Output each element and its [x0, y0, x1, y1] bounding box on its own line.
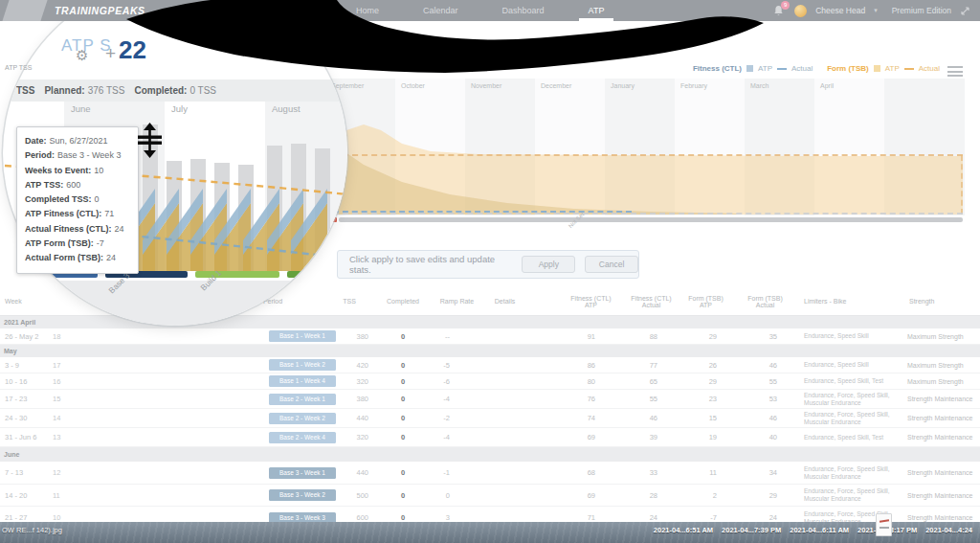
desktop-file-label[interactable]: 2021-04...7:39 PM — [722, 526, 781, 534]
desktop-file-label[interactable]: 2021-04...6:11 AM — [790, 526, 849, 534]
user-name[interactable]: Cheese Head — [815, 6, 865, 15]
cell-tss[interactable]: 380 — [330, 328, 368, 344]
form-actual-swatch[interactable] — [904, 68, 914, 70]
atp-chart[interactable]: SeptemberOctoberNovemberDecemberJanuaryF… — [325, 79, 965, 222]
file-thumbnail[interactable] — [876, 513, 892, 536]
logo-stripe — [2, 0, 47, 21]
cell-tss[interactable]: 500 — [330, 485, 368, 506]
cell-lim: Endurance, Speed Skill — [804, 357, 902, 373]
table-row[interactable]: 24 - 30144400-274461546Endurance, Force,… — [0, 409, 980, 428]
month-label: December — [541, 82, 571, 89]
cancel-button[interactable]: Cancel — [585, 256, 638, 273]
navbar-right: 9 Cheese Head ▾ Premium Edition — [772, 0, 970, 21]
column-header[interactable]: Limiters - Bike — [804, 287, 900, 315]
cell-str: Strength Maintenance — [907, 485, 976, 506]
cell-fact: 39 — [617, 428, 657, 446]
notification-badge: 9 — [781, 1, 790, 10]
nav-tab-calendar[interactable]: Calendar — [413, 0, 468, 21]
column-header[interactable]: TSS — [330, 287, 368, 315]
trainingpeaks-logo[interactable]: TRAININGPEAKS — [55, 5, 145, 16]
nav-tab-atp[interactable]: ATP — [579, 0, 614, 21]
table-row[interactable]: 31 - Jun 6133200-469391940Endurance, Spe… — [0, 428, 980, 447]
column-header[interactable]: Fitness (CTL)ATP — [565, 287, 617, 315]
period-band-not-set[interactable] — [339, 217, 963, 222]
desktop-file-label[interactable]: 2021-04...4:24 — [925, 526, 972, 534]
period-badge[interactable]: Base 2 - Week 4 — [269, 432, 336, 443]
cell-lim: Endurance, Force, Speed Skill, Muscular … — [804, 409, 902, 427]
cell-num: 15 — [53, 390, 81, 408]
table-row[interactable]: 14 - 2011500006928229Endurance, Force, S… — [0, 485, 980, 507]
fitness-atp-swatch[interactable] — [746, 65, 753, 72]
column-header[interactable]: Strength — [909, 287, 976, 315]
cell-ramp: -2 — [412, 409, 450, 427]
column-header[interactable]: Details — [483, 287, 526, 315]
nav-tab-dashboard[interactable]: Dashboard — [493, 0, 554, 21]
cell-tss[interactable]: 440 — [330, 409, 368, 427]
tooltip-row: Weeks to Event:10 — [25, 164, 130, 178]
column-header[interactable]: Ramp Rate — [435, 287, 479, 315]
cell-tss[interactable]: 320 — [330, 373, 368, 389]
nav-tab-home[interactable]: Home — [346, 0, 389, 21]
add-plan-button[interactable]: + — [105, 43, 116, 64]
fitness-actual-line — [333, 211, 632, 213]
cell-tss[interactable]: 420 — [330, 357, 368, 373]
period-badge[interactable]: Base 2 - Week 2 — [269, 413, 336, 424]
cell-tss[interactable]: 380 — [330, 390, 368, 408]
table-row[interactable]: 7 - 13124400-168331134Endurance, Force, … — [0, 462, 980, 485]
apply-message: Click apply to save edits and update sta… — [349, 254, 512, 275]
group-label: 2021 April — [4, 316, 35, 328]
period-badge[interactable]: Base 3 - Week 1 — [269, 467, 336, 479]
column-header[interactable]: Form (TSB)ATP — [679, 287, 732, 315]
avatar[interactable] — [794, 5, 807, 17]
period-badge[interactable]: Base 1 - Week 2 — [269, 359, 336, 371]
cell-num: 12 — [53, 462, 81, 484]
table-row[interactable]: 17 - 23153800-476552353Endurance, Force,… — [0, 390, 980, 409]
cell-foatp: 26 — [677, 357, 717, 373]
column-header[interactable]: Form (TSB)Actual — [739, 287, 791, 315]
form-area-bottom-edge — [333, 213, 963, 215]
legend-form-actual[interactable]: Actual — [919, 64, 940, 73]
column-header[interactable]: Completed — [383, 287, 423, 315]
tab-atp-tss[interactable]: ATP TSS — [5, 64, 32, 71]
expand-icon[interactable] — [960, 6, 970, 16]
desktop-file-label[interactable]: 2021-04...6:51 AM — [654, 526, 713, 534]
cell-foatp: 23 — [677, 390, 717, 408]
gear-icon[interactable]: ⚙ — [76, 47, 88, 64]
form-atp-swatch[interactable] — [874, 65, 880, 72]
chevron-down-icon[interactable]: ▾ — [874, 7, 878, 14]
cell-lim: Endurance, Force, Speed Skill, Muscular … — [804, 462, 902, 484]
period-badge[interactable]: Base 1 - Week 4 — [269, 375, 336, 387]
cell-num: 17 — [53, 357, 81, 373]
table-row[interactable]: 10 - 16163200-680652955Endurance, Speed … — [0, 373, 980, 390]
group-label: June — [4, 447, 19, 462]
table-row[interactable]: 3 - 9174200-586772646Endurance, Speed Sk… — [0, 357, 980, 373]
cell-tss[interactable]: 440 — [330, 462, 368, 484]
apply-button[interactable]: Apply — [522, 256, 575, 273]
app-window: SeptemberOctoberNovemberDecemberJanuaryF… — [0, 0, 980, 543]
table-row[interactable]: 26 - May 2183800--91882935Endurance, Spe… — [0, 328, 980, 345]
period-badge[interactable]: Base 1 - Week 1 — [269, 330, 336, 342]
premium-edition-label[interactable]: Premium Edition — [892, 6, 951, 15]
lens-period-band[interactable] — [287, 271, 331, 278]
fitness-actual-swatch[interactable] — [777, 68, 787, 70]
column-header[interactable]: Week — [5, 287, 62, 315]
period-badge[interactable]: Base 3 - Week 2 — [269, 489, 336, 501]
chart-menu-icon[interactable] — [947, 66, 963, 79]
cell-tss[interactable]: 320 — [330, 428, 368, 446]
tooltip-row: ATP Form (TSB):-7 — [25, 237, 130, 251]
period-badge[interactable]: Base 2 - Week 1 — [269, 394, 336, 405]
cell-fact: 65 — [617, 373, 657, 389]
notifications[interactable]: 9 — [772, 4, 786, 17]
legend-form-atp[interactable]: ATP — [885, 64, 900, 73]
cell-ramp: 0 — [412, 485, 450, 506]
page-title-magnified-year: 22 — [119, 35, 146, 65]
legend-fitness-atp[interactable]: ATP — [758, 64, 772, 73]
cell-ramp: -1 — [412, 462, 450, 484]
legend-fitness-actual[interactable]: Actual — [791, 64, 813, 73]
group-label: May — [4, 345, 17, 357]
taskbar-filename[interactable]: OW RE...f 142).jpg — [2, 526, 62, 534]
desktop-files: 2021-04...6:51 AM2021-04...7:39 PM2021-0… — [654, 526, 972, 534]
cell-fact: 55 — [617, 390, 657, 408]
desktop-taskbar: OW RE...f 142).jpg 2021-04...6:51 AM2021… — [0, 522, 980, 543]
column-header[interactable]: Fitness (CTL)Actual — [625, 287, 678, 315]
